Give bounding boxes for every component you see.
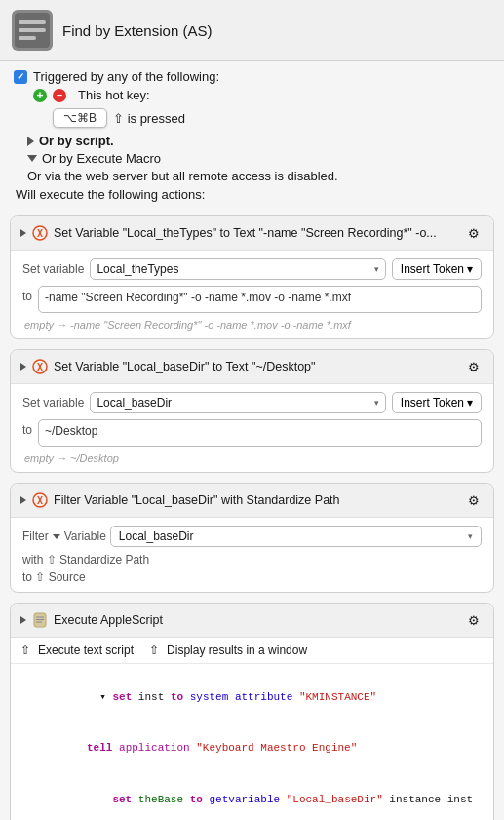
action3-to-source-label: to ⇧ Source [22, 570, 86, 584]
insert-token-label-2: Insert Token [401, 396, 464, 410]
shift-sym-2: ⇧ [149, 644, 159, 657]
or-by-script-label: Or by script. [39, 134, 114, 148]
action3-with-row: with ⇧ Standardize Path [22, 553, 482, 566]
action4-options-row: ⇧ Execute text script ⇧ Display results … [11, 638, 493, 664]
action3-with-label: with ⇧ Standardize Path [22, 553, 149, 566]
svg-rect-1 [19, 20, 46, 24]
expand-action1-icon[interactable] [20, 229, 26, 237]
action2-variable-select[interactable]: Local_baseDir ▾ [90, 392, 385, 413]
hotkey-key-badge[interactable]: ⌥⌘B [53, 108, 107, 128]
remove-hotkey-btn[interactable] [53, 89, 66, 102]
hotkey-key-row: ⌥⌘B ⇧ is pressed [53, 108, 490, 128]
code-line-1: ▾ set inst to system attribute "KMINSTAN… [22, 672, 482, 723]
action-card-2: X Set Variable "Local_baseDir" to Text "… [10, 349, 494, 473]
action-header-left-1: X Set Variable "Local_theTypes" to Text … [20, 225, 464, 241]
action3-gear-btn[interactable]: ⚙ [464, 490, 484, 510]
action1-insert-token-btn[interactable]: Insert Token ▾ [392, 258, 482, 280]
action2-title: Set Variable "Local_baseDir" to Text "~/… [54, 360, 315, 373]
svg-rect-3 [19, 36, 36, 40]
action-header-1: X Set Variable "Local_theTypes" to Text … [11, 216, 493, 251]
main-container: Find by Extension (AS) Triggered by any … [0, 0, 504, 820]
action-card-4: Execute AppleScript ⚙ ⇧ Execute text scr… [10, 603, 494, 820]
display-results-label: Display results in a window [167, 644, 307, 657]
action2-field-row: Set variable Local_baseDir ▾ Insert Toke… [22, 392, 482, 413]
web-server-row: Or via the web server but all remote acc… [27, 169, 490, 183]
hotkey-row: This hot key: [33, 88, 490, 102]
svg-rect-2 [19, 28, 46, 32]
action1-set-label: Set variable [22, 262, 84, 276]
action-header-left-2: X Set Variable "Local_baseDir" to Text "… [20, 359, 464, 374]
action2-insert-token-btn[interactable]: Insert Token ▾ [392, 392, 482, 413]
action1-variable-select[interactable]: Local_theTypes ▾ [90, 258, 385, 280]
action3-icon: X [32, 492, 48, 508]
actions-area: X Set Variable "Local_theTypes" to Text … [0, 215, 504, 820]
action2-variable-value: Local_baseDir [97, 396, 172, 410]
action4-header-left: Execute AppleScript [20, 612, 464, 628]
insert-token-label: Insert Token [401, 262, 464, 276]
trigger-checkbox[interactable] [14, 70, 27, 84]
action1-title: Set Variable "Local_theTypes" to Text "-… [54, 226, 437, 240]
action2-preview: empty → ~/Desktop [22, 452, 482, 464]
action-header-left-3: X Filter Variable "Local_baseDir" with S… [20, 492, 464, 508]
code-line-2: tell application "Keyboard Maestro Engin… [22, 723, 482, 775]
will-execute-row: Will execute the following actions: [14, 187, 490, 202]
action1-variable-value: Local_theTypes [97, 262, 178, 276]
action-card-1: X Set Variable "Local_theTypes" to Text … [10, 215, 494, 339]
action3-variable-value: Local_baseDir [119, 529, 194, 543]
svg-text:X: X [37, 228, 43, 239]
hotkey-label: This hot key: [78, 88, 150, 102]
or-by-script-row: Or by script. [27, 134, 490, 148]
action1-to-input[interactable]: -name "Screen Recording*" -o -name *.mov… [38, 286, 482, 313]
action3-variable-label: Variable [64, 529, 106, 543]
web-server-label: Or via the web server but all remote acc… [27, 169, 338, 183]
svg-text:X: X [37, 495, 43, 506]
header: Find by Extension (AS) [0, 0, 504, 61]
action1-body: Set variable Local_theTypes ▾ Insert Tok… [11, 251, 493, 338]
expand-action3-icon[interactable] [20, 496, 26, 504]
action2-to-label: to [22, 423, 32, 437]
action1-gear-btn[interactable]: ⚙ [464, 223, 484, 243]
action3-filter-row: Filter Variable Local_baseDir ▾ [22, 526, 482, 547]
expand-action2-icon[interactable] [20, 363, 26, 371]
action2-to-row: to ~/Desktop [22, 419, 482, 447]
will-execute-label: Will execute the following actions: [16, 187, 205, 202]
svg-text:X: X [37, 362, 43, 372]
triggered-label: Triggered by any of the following: [33, 69, 219, 84]
action4-title: Execute AppleScript [54, 613, 163, 627]
or-by-execute-label: Or by Execute Macro [42, 151, 161, 166]
action2-to-input[interactable]: ~/Desktop [38, 419, 482, 447]
action3-body: Filter Variable Local_baseDir ▾ with ⇧ S… [11, 518, 493, 592]
action2-body: Set variable Local_baseDir ▾ Insert Toke… [11, 384, 493, 472]
action3-to-source-row: to ⇧ Source [22, 570, 482, 584]
action2-icon: X [32, 359, 48, 374]
macro-icon [12, 10, 53, 51]
shift-sym-1: ⇧ [20, 644, 30, 657]
action1-to-label: to [22, 290, 32, 303]
action3-title: Filter Variable "Local_baseDir" with Sta… [54, 493, 340, 507]
or-by-execute-row: Or by Execute Macro [27, 151, 490, 166]
triggered-row: Triggered by any of the following: [14, 69, 490, 84]
expand-script-icon[interactable] [27, 137, 34, 146]
action4-header: Execute AppleScript ⚙ [11, 604, 493, 638]
action-header-2: X Set Variable "Local_baseDir" to Text "… [11, 350, 493, 384]
action-card-3: X Filter Variable "Local_baseDir" with S… [10, 483, 494, 593]
expand-execute-icon[interactable] [27, 155, 37, 162]
trigger-section: Triggered by any of the following: This … [0, 61, 504, 215]
action4-code-block: ▾ set inst to system attribute "KMINSTAN… [11, 664, 493, 820]
action-header-3: X Filter Variable "Local_baseDir" with S… [11, 484, 493, 518]
macro-title: Find by Extension (AS) [62, 22, 212, 39]
action3-filter-label: Filter [22, 529, 49, 543]
add-hotkey-btn[interactable] [33, 89, 47, 102]
filter-dropdown-icon [53, 534, 60, 539]
action1-preview: empty → -name "Screen Recording*" -o -na… [22, 319, 482, 331]
action1-icon: X [32, 225, 48, 241]
expand-action4-icon[interactable] [20, 616, 26, 624]
is-pressed-label: ⇧ is pressed [113, 111, 185, 126]
code-line-3: set theBase to getvariable "Local_baseDi… [22, 775, 482, 820]
action1-field-row: Set variable Local_theTypes ▾ Insert Tok… [22, 258, 482, 280]
action4-icon [32, 612, 48, 628]
action2-gear-btn[interactable]: ⚙ [464, 357, 484, 376]
action3-variable-select[interactable]: Local_baseDir ▾ [110, 526, 482, 547]
action1-to-row: to -name "Screen Recording*" -o -name *.… [22, 286, 482, 313]
action4-gear-btn[interactable]: ⚙ [464, 610, 484, 630]
